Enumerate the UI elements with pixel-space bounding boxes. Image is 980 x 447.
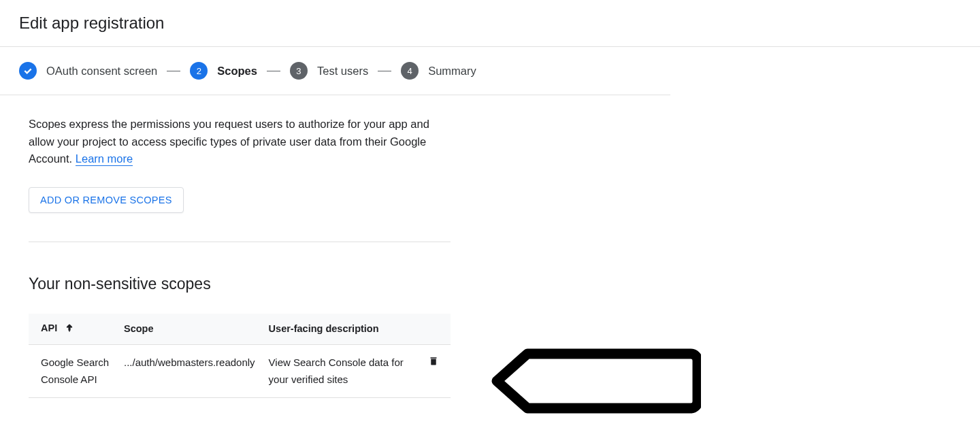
cell-description: View Search Console data for your verifi… [262, 344, 416, 397]
step-summary[interactable]: 4 Summary [401, 62, 476, 80]
cell-action [416, 344, 451, 397]
table-row: Google Search Console API .../auth/webma… [29, 344, 451, 397]
step-circle-completed [19, 62, 37, 80]
annotation-arrow [490, 347, 701, 418]
header-api-label: API [41, 322, 57, 333]
header-description[interactable]: User-facing description [262, 314, 416, 345]
scopes-table: API Scope User-facing description Google… [29, 314, 451, 398]
cell-scope: .../auth/webmasters.readonly [117, 344, 262, 397]
step-scopes[interactable]: 2 Scopes [190, 62, 257, 80]
step-connector [267, 71, 280, 71]
content-area: Scopes express the permissions you reque… [0, 95, 470, 418]
step-circle-active: 2 [190, 62, 208, 80]
scopes-description: Scopes express the permissions you reque… [29, 116, 451, 168]
learn-more-link[interactable]: Learn more [76, 152, 133, 166]
step-connector [167, 71, 180, 71]
step-oauth-consent[interactable]: OAuth consent screen [19, 62, 157, 80]
table-header-row: API Scope User-facing description [29, 314, 451, 345]
cell-api: Google Search Console API [29, 344, 117, 397]
step-label: Test users [317, 65, 368, 78]
check-icon [22, 65, 33, 76]
header-api[interactable]: API [29, 314, 117, 345]
step-label: Summary [428, 65, 476, 78]
stepper: OAuth consent screen 2 Scopes 3 Test use… [0, 47, 670, 95]
arrow-up-icon [64, 322, 75, 335]
header-action [416, 314, 451, 345]
step-label: OAuth consent screen [46, 65, 157, 78]
add-remove-scopes-button[interactable]: ADD OR REMOVE SCOPES [29, 187, 184, 213]
step-test-users[interactable]: 3 Test users [290, 62, 368, 80]
step-circle-inactive: 4 [401, 62, 419, 80]
divider [29, 242, 451, 242]
page-title: Edit app registration [0, 0, 980, 47]
step-label: Scopes [217, 65, 257, 78]
step-connector [378, 71, 391, 71]
step-circle-inactive: 3 [290, 62, 308, 80]
delete-icon[interactable] [427, 354, 440, 371]
header-scope[interactable]: Scope [117, 314, 262, 345]
section-title: Your non-sensitive scopes [29, 275, 451, 293]
